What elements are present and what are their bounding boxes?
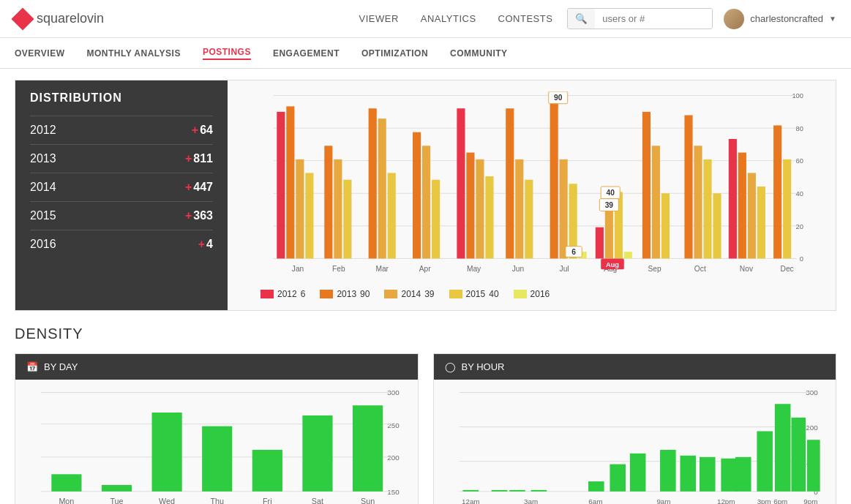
svg-text:Jun: Jun — [512, 265, 525, 273]
legend-color-2014 — [384, 290, 397, 298]
svg-rect-88 — [252, 450, 282, 492]
search-button[interactable]: 🔍 — [568, 9, 595, 29]
chart-legend: 2012 6 2013 90 2014 39 2015 40 — [239, 289, 825, 299]
svg-text:90: 90 — [554, 94, 563, 102]
by-day-panel: 📅 BY DAY 300 250 200 150 — [15, 353, 419, 504]
logo-text: squarelovin — [37, 11, 104, 26]
svg-text:12pm: 12pm — [716, 497, 735, 504]
legend-2015: 2015 40 — [449, 289, 499, 299]
legend-color-2013 — [320, 290, 333, 298]
svg-text:Sun: Sun — [361, 497, 375, 504]
dist-row-2013: 2013 +811 — [30, 144, 213, 173]
svg-rect-86 — [152, 413, 182, 492]
svg-text:Aug: Aug — [606, 261, 619, 268]
svg-rect-84 — [51, 474, 81, 492]
sub-nav: OVERVIEW MONTHLY ANALYSIS POSTINGS ENGAG… — [0, 38, 851, 69]
subnav-community[interactable]: COMMUNITY — [450, 48, 508, 59]
dist-count-2012: +64 — [192, 124, 213, 137]
clock-icon: ◯ — [445, 361, 456, 372]
svg-rect-13 — [286, 106, 294, 258]
svg-rect-29 — [506, 108, 514, 258]
dist-year-2015: 2015 — [30, 209, 56, 222]
calendar-icon: 📅 — [26, 361, 38, 372]
density-title: DENSITY — [15, 326, 836, 342]
plus-icon: + — [198, 238, 205, 250]
subnav-overview[interactable]: OVERVIEW — [15, 48, 64, 59]
dist-row-2016: 2016 +4 — [30, 230, 213, 258]
svg-rect-120 — [791, 418, 806, 492]
svg-rect-15 — [305, 173, 313, 258]
svg-text:20: 20 — [796, 223, 803, 230]
by-day-header: 📅 BY DAY — [15, 354, 418, 380]
bar-chart-area: 100 80 60 40 20 0 — [228, 80, 836, 310]
plus-icon: + — [185, 181, 192, 193]
subnav-optimization[interactable]: OPTIMIZATION — [361, 48, 428, 59]
svg-rect-89 — [302, 415, 332, 492]
nav-viewer[interactable]: VIEWER — [359, 13, 398, 24]
dropdown-arrow-icon: ▼ — [829, 15, 836, 23]
svg-text:250: 250 — [387, 421, 400, 429]
search-input[interactable] — [595, 9, 712, 29]
legend-count-2012: 6 — [301, 289, 306, 299]
subnav-monthly[interactable]: MONTHLY ANALYSIS — [86, 48, 180, 59]
svg-text:40: 40 — [796, 190, 803, 198]
svg-rect-49 — [748, 173, 756, 258]
svg-text:6am: 6am — [588, 497, 602, 504]
svg-text:40: 40 — [607, 189, 615, 197]
dist-count-2013: +811 — [185, 152, 213, 165]
nav-contests[interactable]: CONTESTS — [498, 13, 553, 24]
svg-text:100: 100 — [792, 92, 803, 99]
legend-count-2013: 90 — [360, 289, 370, 299]
svg-rect-113 — [660, 450, 676, 492]
legend-count-2014: 39 — [424, 289, 434, 299]
plus-icon: + — [185, 152, 192, 165]
svg-rect-28 — [485, 176, 493, 258]
dist-row-2012: 2012 +64 — [30, 116, 213, 144]
by-hour-chart: 300 200 100 0 — [445, 387, 825, 504]
svg-rect-118 — [757, 431, 773, 491]
dist-year-2016: 2016 — [30, 238, 56, 251]
dist-count-2015: +363 — [185, 209, 213, 222]
user-menu[interactable]: charlestoncrafted ▼ — [724, 9, 836, 29]
by-hour-body: 300 200 100 0 — [434, 380, 836, 504]
svg-text:Jul: Jul — [560, 265, 569, 273]
svg-text:Jan: Jan — [292, 265, 304, 273]
nav-analytics[interactable]: ANALYTICS — [421, 13, 476, 24]
svg-rect-114 — [680, 456, 696, 492]
dist-count-2014: +447 — [185, 181, 213, 194]
by-hour-panel: ◯ BY HOUR 300 200 100 0 — [433, 353, 837, 504]
svg-rect-40 — [642, 112, 651, 259]
legend-color-2012 — [260, 290, 274, 298]
legend-year-2012: 2012 — [277, 289, 297, 299]
svg-rect-48 — [738, 153, 746, 259]
svg-text:Thu: Thu — [210, 497, 224, 504]
svg-rect-39 — [624, 252, 632, 258]
distribution-title: DISTRIBUTION — [30, 91, 213, 105]
legend-year-2015: 2015 — [466, 289, 486, 299]
legend-year-2016: 2016 — [531, 289, 550, 299]
by-day-chart: 300 250 200 150 — [26, 387, 407, 504]
svg-rect-41 — [652, 146, 660, 258]
svg-rect-25 — [457, 108, 465, 258]
svg-text:Apr: Apr — [419, 265, 431, 273]
subnav-postings[interactable]: POSTINGS — [203, 47, 251, 60]
svg-text:Wed: Wed — [159, 497, 175, 504]
svg-text:Sat: Sat — [312, 497, 323, 504]
plus-icon: + — [185, 209, 192, 222]
svg-rect-33 — [560, 159, 568, 259]
header: squarelovin VIEWER ANALYTICS CONTESTS 🔍 … — [0, 0, 851, 38]
svg-text:60: 60 — [796, 157, 803, 165]
subnav-engagement[interactable]: ENGAGEMENT — [273, 48, 340, 59]
avatar-image — [724, 9, 744, 29]
svg-rect-30 — [515, 159, 523, 259]
density-panels: 📅 BY DAY 300 250 200 150 — [15, 353, 836, 504]
svg-rect-36 — [596, 227, 604, 259]
legend-color-2016 — [514, 290, 527, 298]
legend-year-2014: 2014 — [401, 289, 421, 299]
svg-rect-106 — [462, 490, 479, 492]
legend-2016: 2016 — [514, 289, 550, 299]
svg-rect-51 — [773, 125, 781, 258]
username: charlestoncrafted — [750, 13, 823, 24]
svg-rect-19 — [369, 108, 377, 258]
by-hour-label: BY HOUR — [462, 361, 505, 372]
